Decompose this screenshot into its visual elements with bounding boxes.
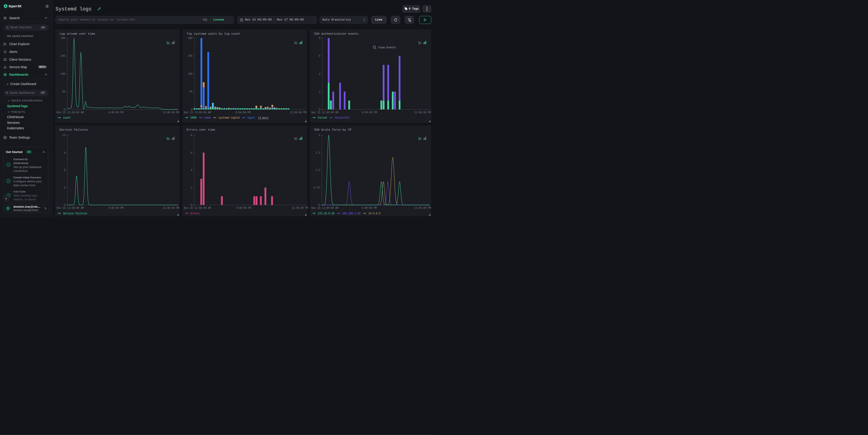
svg-text:+3 more: +3 more: [258, 116, 269, 120]
svg-text:2: 2: [191, 186, 192, 189]
svg-text:190: 190: [188, 72, 192, 76]
svg-text:Successful: Successful: [335, 116, 350, 120]
svg-text:systemd-logind: systemd-logind: [218, 116, 240, 120]
svg-text:190: 190: [61, 72, 65, 76]
svg-text:10.0.0.5: 10.0.0.5: [368, 212, 380, 215]
svg-text:12: 12: [62, 134, 65, 137]
svg-text:11:00:00 PM: 11:00:00 PM: [162, 111, 179, 114]
svg-text:Nov 15 12:00:00 AM: Nov 15 12:00:00 AM: [311, 111, 339, 114]
svg-text:Log volume over time: Log volume over time: [60, 32, 95, 36]
svg-text:11:00:00 PM: 11:00:00 PM: [162, 207, 179, 210]
svg-text:95: 95: [189, 90, 193, 93]
svg-text:8: 8: [191, 134, 192, 137]
svg-text:0: 0: [319, 108, 320, 111]
svg-text:0: 0: [64, 204, 65, 207]
svg-text:Service failures: Service failures: [63, 212, 87, 215]
svg-text:380: 380: [188, 37, 192, 40]
svg-text:285: 285: [61, 55, 65, 58]
svg-text:0: 0: [191, 108, 192, 111]
svg-text:9:00:00 PM: 9:00:00 PM: [362, 207, 377, 210]
svg-text:9:00:00 PM: 9:00:00 PM: [108, 207, 123, 210]
svg-text:Errors: Errors: [190, 212, 199, 215]
svg-text:Top systemd units by log count: Top systemd units by log count: [187, 32, 240, 36]
svg-text:Service failures: Service failures: [60, 128, 88, 131]
svg-text:6: 6: [191, 151, 192, 155]
svg-text:Nov 15 12:00:00 AM: Nov 15 12:00:00 AM: [311, 207, 339, 210]
svg-text:1.5: 1.5: [315, 169, 320, 172]
svg-text:SSH brute force by IP: SSH brute force by IP: [314, 128, 351, 131]
svg-text:6: 6: [319, 55, 320, 58]
svg-text:3: 3: [64, 186, 65, 189]
svg-text:0: 0: [191, 204, 192, 207]
svg-text:9:00:00 PM: 9:00:00 PM: [236, 207, 251, 210]
svg-text:4: 4: [319, 72, 320, 76]
svg-text:11:00:00 PM: 11:00:00 PM: [291, 207, 308, 210]
svg-text:172.16.0.20: 172.16.0.20: [318, 212, 334, 215]
svg-text:View Events: View Events: [378, 46, 396, 49]
svg-text:9:00:00 PM: 9:00:00 PM: [362, 111, 377, 114]
svg-text:285: 285: [188, 55, 192, 58]
svg-text:192.168.1.10: 192.168.1.10: [342, 212, 361, 215]
svg-text:Errors over time: Errors over time: [187, 128, 215, 131]
svg-text:9:00:00 PM: 9:00:00 PM: [108, 111, 123, 114]
svg-text:8: 8: [319, 37, 320, 40]
svg-text:380: 380: [61, 37, 65, 40]
svg-text:count: count: [63, 116, 71, 120]
svg-text:95: 95: [62, 90, 65, 93]
svg-text:11:00:00 PM: 11:00:00 PM: [290, 111, 306, 114]
svg-text:6: 6: [64, 169, 65, 172]
svg-text:0.75: 0.75: [314, 186, 320, 189]
svg-text:11:00:00 PM: 11:00:00 PM: [414, 207, 431, 210]
svg-text:2: 2: [319, 90, 320, 93]
svg-text:sshd: sshd: [204, 116, 210, 120]
svg-text:nginx: nginx: [247, 116, 255, 120]
svg-text:0: 0: [64, 108, 65, 111]
svg-text:2.3: 2.3: [315, 151, 320, 155]
svg-text:0: 0: [318, 204, 320, 207]
svg-text:9: 9: [64, 151, 65, 155]
svg-text:9:00:00 PM: 9:00:00 PM: [236, 111, 250, 114]
svg-text:SSH authentication events: SSH authentication events: [314, 32, 359, 36]
svg-text:3: 3: [318, 134, 320, 137]
svg-text:Nov 15 12:00:00 AM: Nov 15 12:00:00 AM: [184, 111, 211, 114]
svg-text:Nov 15 12:00:00 AM: Nov 15 12:00:00 AM: [184, 207, 211, 210]
svg-text:Failed: Failed: [318, 116, 327, 120]
svg-text:Nov 15 12:00:00 AM: Nov 15 12:00:00 AM: [57, 111, 84, 114]
svg-text:CRON: CRON: [190, 116, 196, 120]
svg-text:11:00:00 PM: 11:00:00 PM: [414, 111, 431, 114]
svg-text:Nov 15 12:00:00 AM: Nov 15 12:00:00 AM: [57, 207, 84, 210]
svg-text:4: 4: [191, 169, 192, 172]
